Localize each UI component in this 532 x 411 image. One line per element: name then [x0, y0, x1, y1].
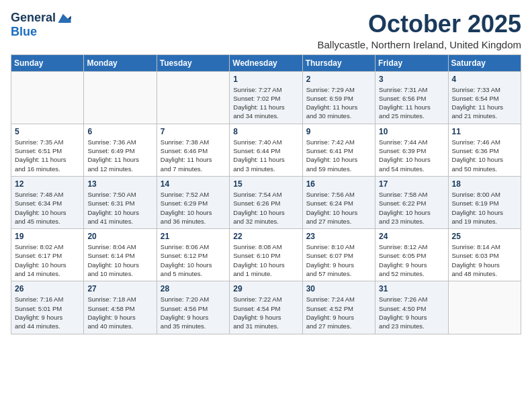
- day-number-21: 21: [161, 232, 226, 241]
- calendar-cell-w1-d1: [11, 71, 84, 124]
- day-info-22: Sunrise: 8:08 AM Sunset: 6:10 PM Dayligh…: [233, 242, 298, 278]
- header-sunday: Sunday: [11, 54, 84, 71]
- calendar-cell-w3-d5: 16Sunrise: 7:56 AM Sunset: 6:24 PM Dayli…: [302, 176, 375, 228]
- day-number-15: 15: [233, 179, 298, 189]
- calendar-cell-w5-d2: 27Sunrise: 7:18 AM Sunset: 4:58 PM Dayli…: [84, 281, 157, 334]
- day-info-10: Sunrise: 7:44 AM Sunset: 6:39 PM Dayligh…: [379, 138, 444, 173]
- calendar-cell-w4-d3: 21Sunrise: 8:06 AM Sunset: 6:12 PM Dayli…: [157, 229, 229, 281]
- day-number-18: 18: [452, 179, 517, 189]
- day-info-14: Sunrise: 7:52 AM Sunset: 6:29 PM Dayligh…: [161, 190, 226, 226]
- day-info-27: Sunrise: 7:18 AM Sunset: 4:58 PM Dayligh…: [87, 295, 152, 330]
- calendar-cell-w2-d3: 7Sunrise: 7:38 AM Sunset: 6:46 PM Daylig…: [157, 124, 229, 176]
- day-number-3: 3: [379, 75, 444, 84]
- day-info-24: Sunrise: 8:12 AM Sunset: 6:05 PM Dayligh…: [379, 242, 444, 278]
- day-number-26: 26: [15, 284, 80, 293]
- day-number-25: 25: [452, 232, 517, 241]
- day-info-4: Sunrise: 7:33 AM Sunset: 6:54 PM Dayligh…: [452, 85, 517, 121]
- calendar-week-2: 5Sunrise: 7:35 AM Sunset: 6:51 PM Daylig…: [11, 124, 521, 176]
- calendar-cell-w2-d7: 11Sunrise: 7:46 AM Sunset: 6:36 PM Dayli…: [448, 124, 521, 176]
- logo-icon: [57, 11, 72, 26]
- day-info-30: Sunrise: 7:24 AM Sunset: 4:52 PM Dayligh…: [306, 295, 371, 330]
- calendar-cell-w3-d7: 18Sunrise: 8:00 AM Sunset: 6:19 PM Dayli…: [448, 176, 521, 228]
- day-number-31: 31: [379, 284, 444, 293]
- calendar-cell-w1-d3: [157, 71, 229, 124]
- calendar-cell-w4-d7: 25Sunrise: 8:14 AM Sunset: 6:03 PM Dayli…: [448, 229, 521, 281]
- day-info-16: Sunrise: 7:56 AM Sunset: 6:24 PM Dayligh…: [306, 190, 371, 226]
- day-info-31: Sunrise: 7:26 AM Sunset: 4:50 PM Dayligh…: [379, 295, 444, 330]
- header-tuesday: Tuesday: [157, 54, 229, 71]
- header-thursday: Thursday: [302, 54, 375, 71]
- day-number-12: 12: [15, 179, 80, 189]
- calendar-cell-w4-d2: 20Sunrise: 8:04 AM Sunset: 6:14 PM Dayli…: [84, 229, 157, 281]
- calendar-cell-w2-d1: 5Sunrise: 7:35 AM Sunset: 6:51 PM Daylig…: [11, 124, 84, 176]
- page-container: General Blue October 2025 Ballycastle, N…: [11, 11, 521, 334]
- day-number-9: 9: [306, 127, 371, 136]
- calendar-cell-w3-d2: 13Sunrise: 7:50 AM Sunset: 6:31 PM Dayli…: [84, 176, 157, 228]
- header-saturday: Saturday: [448, 54, 521, 71]
- calendar-cell-w1-d7: 4Sunrise: 7:33 AM Sunset: 6:54 PM Daylig…: [448, 71, 521, 124]
- day-info-20: Sunrise: 8:04 AM Sunset: 6:14 PM Dayligh…: [87, 242, 152, 278]
- logo-general: General: [11, 11, 56, 25]
- day-number-24: 24: [379, 232, 444, 241]
- calendar-cell-w4-d5: 23Sunrise: 8:10 AM Sunset: 6:07 PM Dayli…: [302, 229, 375, 281]
- day-info-28: Sunrise: 7:20 AM Sunset: 4:56 PM Dayligh…: [161, 295, 226, 330]
- day-number-28: 28: [161, 284, 226, 293]
- day-info-3: Sunrise: 7:31 AM Sunset: 6:56 PM Dayligh…: [379, 85, 444, 121]
- calendar-week-4: 19Sunrise: 8:02 AM Sunset: 6:17 PM Dayli…: [11, 229, 521, 281]
- day-number-11: 11: [452, 127, 517, 136]
- day-number-1: 1: [233, 75, 298, 84]
- calendar-cell-w5-d5: 30Sunrise: 7:24 AM Sunset: 4:52 PM Dayli…: [302, 281, 375, 334]
- day-info-12: Sunrise: 7:48 AM Sunset: 6:34 PM Dayligh…: [15, 190, 80, 226]
- day-info-23: Sunrise: 8:10 AM Sunset: 6:07 PM Dayligh…: [306, 242, 371, 278]
- day-info-7: Sunrise: 7:38 AM Sunset: 6:46 PM Dayligh…: [161, 138, 226, 173]
- calendar-cell-w5-d6: 31Sunrise: 7:26 AM Sunset: 4:50 PM Dayli…: [375, 281, 448, 334]
- title-block: October 2025 Ballycastle, Northern Irela…: [72, 11, 521, 50]
- calendar-cell-w5-d3: 28Sunrise: 7:20 AM Sunset: 4:56 PM Dayli…: [157, 281, 229, 334]
- calendar-week-5: 26Sunrise: 7:16 AM Sunset: 5:01 PM Dayli…: [11, 281, 521, 334]
- day-number-4: 4: [452, 75, 517, 84]
- day-number-13: 13: [87, 179, 152, 189]
- day-info-19: Sunrise: 8:02 AM Sunset: 6:17 PM Dayligh…: [15, 242, 80, 278]
- day-number-23: 23: [306, 232, 371, 241]
- calendar-header-row: Sunday Monday Tuesday Wednesday Thursday…: [11, 54, 521, 71]
- day-info-21: Sunrise: 8:06 AM Sunset: 6:12 PM Dayligh…: [161, 242, 226, 278]
- day-number-14: 14: [161, 179, 226, 189]
- day-info-1: Sunrise: 7:27 AM Sunset: 7:02 PM Dayligh…: [233, 85, 298, 121]
- location-subtitle: Ballycastle, Northern Ireland, United Ki…: [72, 39, 521, 50]
- calendar-table: Sunday Monday Tuesday Wednesday Thursday…: [11, 54, 521, 334]
- day-info-17: Sunrise: 7:58 AM Sunset: 6:22 PM Dayligh…: [379, 190, 444, 226]
- day-number-6: 6: [87, 127, 152, 136]
- svg-marker-1: [68, 16, 71, 19]
- day-info-8: Sunrise: 7:40 AM Sunset: 6:44 PM Dayligh…: [233, 138, 298, 173]
- calendar-cell-w2-d4: 8Sunrise: 7:40 AM Sunset: 6:44 PM Daylig…: [230, 124, 302, 176]
- day-number-30: 30: [306, 284, 371, 293]
- month-title: October 2025: [72, 11, 521, 38]
- day-number-8: 8: [233, 127, 298, 136]
- calendar-cell-w3-d6: 17Sunrise: 7:58 AM Sunset: 6:22 PM Dayli…: [375, 176, 448, 228]
- calendar-week-3: 12Sunrise: 7:48 AM Sunset: 6:34 PM Dayli…: [11, 176, 521, 228]
- calendar-cell-w5-d7: [448, 281, 521, 334]
- calendar-cell-w1-d6: 3Sunrise: 7:31 AM Sunset: 6:56 PM Daylig…: [375, 71, 448, 124]
- day-number-20: 20: [87, 232, 152, 241]
- calendar-cell-w3-d4: 15Sunrise: 7:54 AM Sunset: 6:26 PM Dayli…: [230, 176, 302, 228]
- day-number-2: 2: [306, 75, 371, 84]
- day-info-15: Sunrise: 7:54 AM Sunset: 6:26 PM Dayligh…: [233, 190, 298, 226]
- day-number-7: 7: [161, 127, 226, 136]
- calendar-cell-w1-d4: 1Sunrise: 7:27 AM Sunset: 7:02 PM Daylig…: [230, 71, 302, 124]
- day-info-9: Sunrise: 7:42 AM Sunset: 6:41 PM Dayligh…: [306, 138, 371, 173]
- logo-blue: Blue: [11, 25, 37, 38]
- day-number-29: 29: [233, 284, 298, 293]
- calendar-cell-w3-d3: 14Sunrise: 7:52 AM Sunset: 6:29 PM Dayli…: [157, 176, 229, 228]
- calendar-cell-w1-d5: 2Sunrise: 7:29 AM Sunset: 6:59 PM Daylig…: [302, 71, 375, 124]
- day-number-17: 17: [379, 179, 444, 189]
- day-info-29: Sunrise: 7:22 AM Sunset: 4:54 PM Dayligh…: [233, 295, 298, 330]
- calendar-cell-w4-d4: 22Sunrise: 8:08 AM Sunset: 6:10 PM Dayli…: [230, 229, 302, 281]
- header-wednesday: Wednesday: [230, 54, 302, 71]
- logo: General Blue: [11, 11, 72, 39]
- header-friday: Friday: [375, 54, 448, 71]
- header-monday: Monday: [84, 54, 157, 71]
- day-info-5: Sunrise: 7:35 AM Sunset: 6:51 PM Dayligh…: [15, 138, 80, 173]
- day-number-27: 27: [87, 284, 152, 293]
- calendar-cell-w4-d6: 24Sunrise: 8:12 AM Sunset: 6:05 PM Dayli…: [375, 229, 448, 281]
- calendar-cell-w5-d1: 26Sunrise: 7:16 AM Sunset: 5:01 PM Dayli…: [11, 281, 84, 334]
